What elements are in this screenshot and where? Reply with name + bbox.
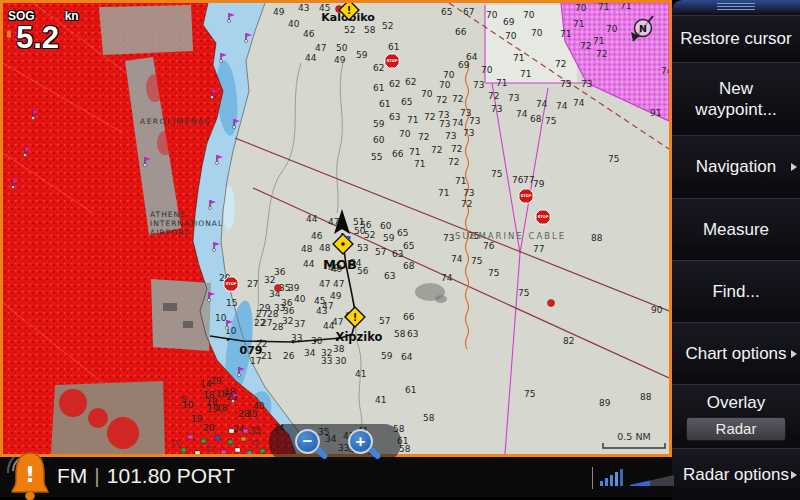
svg-text:0.5 NM: 0.5 NM	[617, 431, 650, 442]
svg-text:65: 65	[441, 7, 452, 17]
svg-text:39: 39	[288, 283, 300, 293]
svg-text:71: 71	[598, 3, 609, 12]
svg-text:SUBMARINE CABLE: SUBMARINE CABLE	[455, 231, 566, 241]
svg-text:37: 37	[294, 319, 305, 329]
svg-text:71: 71	[560, 29, 571, 39]
svg-text:73: 73	[463, 128, 474, 138]
svg-text:72: 72	[436, 95, 447, 105]
menu-item-navigation[interactable]: Navigation	[672, 135, 800, 198]
svg-text:30: 30	[335, 356, 347, 366]
svg-text:70: 70	[531, 28, 543, 38]
svg-text:72: 72	[596, 49, 607, 59]
svg-text:88: 88	[640, 392, 652, 402]
sog-instrument-overlay[interactable]: SOGkn 5.2	[8, 6, 79, 52]
svg-text:!: !	[25, 462, 35, 487]
svg-text:17: 17	[250, 356, 261, 366]
svg-text:59: 59	[383, 233, 395, 243]
svg-text:74: 74	[441, 273, 453, 283]
menu-item-measure[interactable]: Measure	[672, 198, 800, 260]
svg-text:44: 44	[305, 53, 317, 63]
svg-text:35: 35	[250, 426, 261, 436]
stop-sign-icon: STOP	[385, 54, 399, 68]
svg-text:40: 40	[288, 19, 300, 29]
shoal-patch-light	[223, 186, 235, 230]
svg-text:73: 73	[445, 131, 456, 141]
menu-item-chart-options[interactable]: Chart options	[672, 322, 800, 384]
svg-text:STOP: STOP	[521, 194, 532, 198]
svg-text:71: 71	[438, 188, 449, 198]
svg-text:75: 75	[545, 116, 556, 126]
svg-text:70: 70	[439, 80, 451, 90]
svg-text:65: 65	[401, 97, 412, 107]
svg-text:70: 70	[486, 10, 498, 20]
menu-item-find[interactable]: Find...	[672, 260, 800, 322]
svg-text:72: 72	[431, 145, 442, 155]
svg-text:64: 64	[401, 352, 413, 362]
menu-item-new-waypoint[interactable]: New waypoint...	[672, 62, 800, 135]
svg-text:71: 71	[573, 19, 584, 29]
svg-text:79: 79	[533, 179, 545, 189]
svg-text:32: 32	[282, 316, 293, 326]
track-flag	[347, 236, 351, 240]
submenu-arrow-icon	[791, 350, 797, 358]
alarm-bell-icon[interactable]: !	[5, 449, 53, 500]
svg-text:71: 71	[620, 3, 631, 11]
svg-text:49: 49	[273, 7, 285, 17]
sog-unit: kn	[65, 9, 79, 23]
zoom-in-button[interactable]: +	[348, 429, 375, 456]
svg-text:72: 72	[488, 91, 499, 101]
svg-text:36: 36	[274, 267, 286, 277]
svg-text:66: 66	[455, 27, 467, 37]
svg-text:74: 74	[516, 109, 528, 119]
svg-text:73: 73	[560, 79, 571, 89]
overlay-value-button[interactable]: Radar	[686, 417, 786, 441]
chart-panel[interactable]: 4943454046475044495258526159656766646269…	[0, 0, 672, 457]
svg-text:52: 52	[382, 21, 393, 31]
svg-text:75: 75	[518, 288, 529, 298]
svg-text:73: 73	[491, 104, 502, 114]
svg-text:70: 70	[481, 65, 493, 75]
menu-item-radar-options[interactable]: Radar options	[672, 448, 800, 500]
chartplotter-screen: 4943454046475044495258526159656766646269…	[0, 0, 800, 500]
svg-text:!: !	[353, 312, 358, 323]
svg-text:10: 10	[215, 313, 227, 323]
svg-text:75: 75	[471, 256, 482, 266]
svg-text:60: 60	[373, 135, 385, 145]
transmit-wedge-icon	[630, 475, 674, 486]
menu-drag-handle[interactable]	[672, 0, 800, 15]
svg-text:70: 70	[421, 89, 433, 99]
svg-text:69: 69	[458, 60, 470, 70]
svg-text:71: 71	[414, 159, 425, 169]
svg-text:41: 41	[375, 395, 386, 405]
magnifier-handle	[368, 447, 381, 460]
svg-text:27: 27	[261, 318, 272, 328]
svg-text:55: 55	[371, 152, 382, 162]
svg-text:48: 48	[319, 243, 331, 253]
svg-text:40: 40	[253, 401, 265, 411]
svg-text:33: 33	[321, 356, 332, 366]
svg-text:61: 61	[388, 42, 399, 52]
svg-text:62: 62	[389, 79, 400, 89]
svg-text:76: 76	[483, 241, 495, 251]
svg-text:AEROLIMENAS: AEROLIMENAS	[140, 117, 211, 126]
svg-text:72: 72	[555, 59, 566, 69]
svg-text:52: 52	[364, 230, 375, 240]
nautical-chart[interactable]: 4943454046475044495258526159656766646269…	[3, 3, 669, 454]
submenu-arrow-icon	[791, 471, 797, 479]
submenu-arrow-icon	[791, 163, 797, 171]
menu-item-restore-cursor[interactable]: Restore cursor	[672, 15, 800, 62]
svg-text:73: 73	[460, 108, 471, 118]
svg-text:21: 21	[261, 351, 272, 361]
svg-text:61: 61	[373, 83, 384, 93]
audio-status[interactable]: FM|101.80 PORT	[57, 464, 235, 488]
svg-text:74: 74	[661, 66, 669, 76]
svg-text:10: 10	[191, 414, 203, 424]
sog-value: 5.2	[16, 24, 79, 52]
menu-item-overlay[interactable]: Overlay Radar	[672, 384, 800, 448]
zoom-out-button[interactable]: −	[295, 429, 322, 456]
svg-text:38: 38	[333, 344, 345, 354]
svg-text:46: 46	[303, 29, 315, 39]
svg-text:91: 91	[650, 108, 661, 118]
svg-text:76: 76	[512, 175, 524, 185]
signal-bars-icon	[600, 469, 623, 486]
